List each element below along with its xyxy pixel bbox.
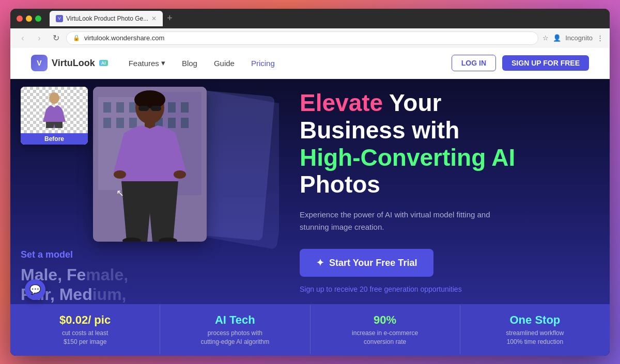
bookmark-icon[interactable]: ☆	[542, 34, 549, 42]
svg-point-17	[134, 90, 165, 109]
model-photo	[93, 87, 207, 242]
logo[interactable]: V VirtuLook AI	[31, 55, 108, 71]
active-tab[interactable]: V VirtuLook Product Photo Ge... ✕	[50, 11, 163, 26]
tab-title: VirtuLook Product Photo Ge...	[66, 15, 148, 22]
stat-ai-value: AI Tech	[215, 313, 255, 327]
main-nav: V VirtuLook AI Features ▾ Blog Guide Pri…	[10, 48, 610, 79]
profile-icon[interactable]: 👤	[553, 34, 561, 42]
incognito-label: Incognito	[565, 34, 593, 42]
stat-onestop-value: One Stop	[509, 313, 560, 327]
hero-title-elevate: Elevate	[300, 89, 383, 116]
tab-bar: V VirtuLook Product Photo Ge... ✕ +	[50, 11, 603, 26]
svg-point-22	[114, 170, 126, 179]
chat-bubble-button[interactable]: 💬	[25, 279, 45, 300]
after-card	[93, 87, 207, 242]
free-trial-button[interactable]: ✦ Start Your Free Trial	[300, 249, 433, 277]
nav-actions: LOG IN SIGN UP FOR FREE	[452, 55, 589, 71]
title-bar: V VirtuLook Product Photo Ge... ✕ +	[10, 9, 610, 28]
url-text: virtulook.wondershare.com	[84, 34, 164, 42]
hero-section: Before	[10, 79, 610, 304]
free-gen-link[interactable]: Sign up to receive 20 free generation op…	[300, 285, 579, 293]
new-tab-button[interactable]: +	[165, 13, 175, 24]
address-bar: ‹ › ↻ 🔒 virtulook.wondershare.com ☆ 👤 In…	[10, 28, 610, 48]
hero-title: Elevate Your Business with High-Converti…	[300, 89, 579, 199]
incognito-area: ☆ 👤 Incognito ⋮	[542, 34, 603, 42]
hero-right: Elevate Your Business with High-Converti…	[279, 79, 610, 304]
stat-conversion: 90% increase in e-commerce conversion ra…	[311, 305, 460, 355]
logo-text: VirtuLook	[52, 58, 95, 69]
nav-guide[interactable]: Guide	[214, 59, 235, 68]
nav-links: Features ▾ Blog Guide Pricing	[129, 58, 431, 68]
lock-icon: 🔒	[73, 35, 80, 41]
svg-point-0	[49, 92, 59, 104]
free-trial-label: Start Your Free Trial	[329, 258, 417, 268]
forward-button[interactable]: ›	[33, 34, 45, 43]
login-button[interactable]: LOG IN	[452, 55, 496, 71]
url-bar[interactable]: 🔒 virtulook.wondershare.com	[66, 31, 538, 45]
svg-point-23	[174, 170, 186, 179]
svg-rect-18	[138, 106, 149, 111]
reload-button[interactable]: ↻	[50, 33, 62, 43]
stat-conversion-desc: increase in e-commerce conversion rate	[352, 329, 418, 346]
model-option-line1: Male, Female,	[21, 265, 173, 284]
stat-price-desc: cut costs at least $150 per image	[62, 329, 108, 346]
maximize-button[interactable]	[35, 15, 41, 22]
stat-ai: AI Tech process photos with cutting-edge…	[160, 305, 310, 355]
set-model-label: Set a model	[21, 249, 73, 260]
stat-ai-desc: process photos with cutting-edge AI algo…	[201, 329, 270, 346]
nav-features[interactable]: Features ▾	[129, 58, 165, 68]
tab-close-button[interactable]: ✕	[151, 15, 157, 22]
stat-price-value: $0.02/ pic	[59, 313, 111, 327]
browser-window: V VirtuLook Product Photo Ge... ✕ + ‹ › …	[10, 9, 610, 356]
traffic-lights	[17, 15, 41, 22]
stat-onestop-desc: streamlined workflow 100% time reduction	[506, 329, 564, 346]
before-image	[21, 87, 88, 133]
before-label: Before	[21, 133, 88, 145]
nav-blog[interactable]: Blog	[182, 59, 197, 68]
signup-button[interactable]: SIGN UP FOR FREE	[502, 55, 589, 71]
stat-conversion-value: 90%	[374, 313, 396, 327]
tab-favicon: V	[56, 15, 63, 22]
before-card: Before	[21, 87, 88, 145]
logo-icon: V	[31, 55, 48, 71]
back-button[interactable]: ‹	[17, 34, 29, 43]
sparkle-icon: ✦	[316, 257, 324, 268]
stats-bar: $0.02/ pic cut costs at least $150 per i…	[10, 304, 610, 356]
menu-icon[interactable]: ⋮	[597, 34, 603, 42]
stat-onestop: One Stop streamlined workflow 100% time …	[460, 305, 610, 355]
close-button[interactable]	[17, 15, 23, 22]
svg-rect-19	[151, 106, 161, 111]
hero-left: Before	[10, 79, 279, 304]
minimize-button[interactable]	[26, 15, 32, 22]
hero-description: Experience the power of AI with virtual …	[300, 209, 496, 233]
ai-badge: AI	[99, 60, 108, 66]
stat-price: $0.02/ pic cut costs at least $150 per i…	[10, 305, 160, 355]
hero-title-green: High-Converting AI	[300, 144, 515, 171]
chevron-down-icon: ▾	[161, 58, 165, 68]
nav-pricing[interactable]: Pricing	[251, 59, 275, 68]
